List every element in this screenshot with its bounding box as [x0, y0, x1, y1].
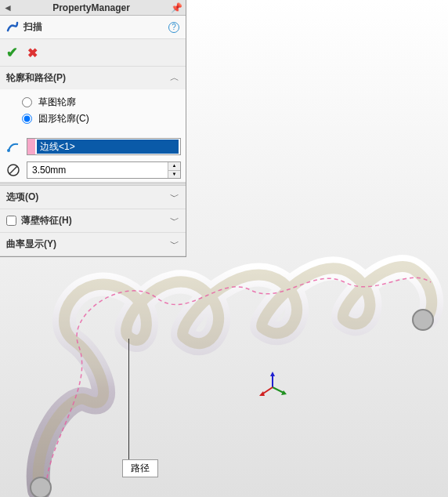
- chevron-up-icon: ︿: [170, 71, 179, 85]
- diameter-input-wrap: ▲ ▼: [27, 161, 181, 179]
- diameter-icon: [5, 161, 22, 179]
- path-callout[interactable]: 路径: [122, 459, 158, 477]
- radio-sketch-profile[interactable]: 草图轮廓: [22, 94, 179, 111]
- thin-feature-row[interactable]: 薄壁特征(H) ﹀: [0, 209, 186, 232]
- path-selection-box[interactable]: 边线<1>: [27, 138, 181, 155]
- ok-button[interactable]: ✔: [6, 44, 18, 61]
- origin-triad-icon: [257, 372, 288, 403]
- svg-marker-3: [270, 372, 275, 376]
- diameter-input[interactable]: [27, 162, 168, 178]
- radio-circle-label: 圆形轮廓(C): [38, 112, 89, 125]
- section-header-curvature[interactable]: 曲率显示(Y) ﹀: [0, 233, 186, 256]
- svg-point-8: [7, 149, 10, 152]
- spin-up-button[interactable]: ▲: [168, 162, 180, 171]
- diameter-row: ▲ ▼: [0, 158, 186, 182]
- section-title: 曲率显示(Y): [6, 238, 56, 251]
- path-icon: [5, 138, 22, 155]
- radio-circle-input[interactable]: [22, 114, 32, 124]
- section-curvature: 曲率显示(Y) ﹀: [0, 233, 186, 256]
- section-profile-path: 轮廓和路径(P) ︿ 草图轮廓 圆形轮廓(C) 边线<1>: [0, 67, 186, 183]
- section-header-options[interactable]: 选项(O) ﹀: [0, 186, 186, 209]
- thin-checkbox[interactable]: [6, 216, 16, 226]
- sweep-icon: [6, 21, 19, 34]
- chevron-down-icon: ﹀: [170, 190, 179, 204]
- help-icon[interactable]: ?: [168, 22, 179, 33]
- feature-title-row: 扫描 ?: [0, 16, 186, 39]
- radio-sketch-label: 草图轮廓: [38, 96, 76, 109]
- pin-icon[interactable]: 📌: [167, 2, 186, 13]
- section-header-profile[interactable]: 轮廓和路径(P) ︿: [0, 67, 186, 89]
- thin-label: 薄壁特征(H): [21, 214, 72, 227]
- svg-point-0: [413, 310, 433, 330]
- feature-name: 扫描: [23, 20, 42, 34]
- svg-line-10: [9, 166, 17, 174]
- property-manager-panel: ◄ PropertyManager 📌 扫描 ? ✔ ✖ 轮廓和路径(P) ︿ …: [0, 0, 186, 257]
- section-body-profile: 草图轮廓 圆形轮廓(C): [0, 89, 186, 135]
- spin-down-button[interactable]: ▼: [168, 171, 180, 179]
- section-thin: 薄壁特征(H) ﹀: [0, 209, 186, 233]
- callout-label: 路径: [131, 463, 150, 473]
- section-title: 轮廓和路径(P): [6, 71, 66, 85]
- chevron-down-icon: ﹀: [170, 238, 179, 251]
- panel-title: PropertyManager: [16, 2, 167, 13]
- radio-sketch-input[interactable]: [22, 97, 32, 107]
- callout-leader-line: [128, 339, 129, 461]
- section-title: 选项(O): [6, 190, 38, 204]
- panel-header: ◄ PropertyManager 📌: [0, 0, 186, 16]
- radio-circle-profile[interactable]: 圆形轮廓(C): [22, 111, 179, 127]
- svg-point-1: [31, 477, 51, 497]
- selection-color-strip: [27, 139, 35, 154]
- svg-marker-7: [259, 391, 265, 396]
- chevron-down-icon: ﹀: [170, 214, 179, 227]
- diameter-spinner: ▲ ▼: [168, 162, 180, 178]
- confirm-row: ✔ ✖: [0, 39, 186, 67]
- cancel-button[interactable]: ✖: [27, 45, 38, 60]
- selected-edge-item[interactable]: 边线<1>: [37, 140, 179, 154]
- nav-prev-icon[interactable]: ◄: [0, 2, 16, 13]
- path-selection-row: 边线<1>: [0, 135, 186, 158]
- section-options: 选项(O) ﹀: [0, 186, 186, 209]
